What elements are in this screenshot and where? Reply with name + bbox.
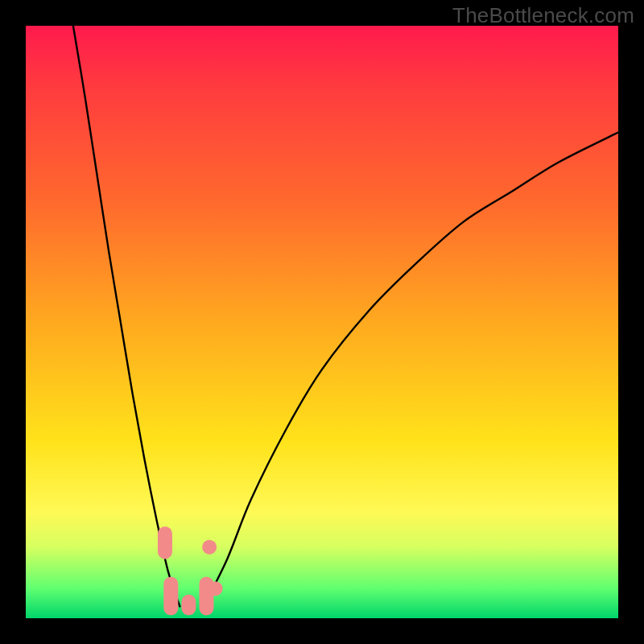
outer-frame: TheBottleneck.com [0,0,644,644]
plot-area [26,26,618,618]
marker-dot-4 [202,540,217,555]
marker-bar-0 [158,526,172,559]
marker-bar-1 [163,576,178,615]
curve-left-branch [73,26,180,606]
curve-svg [26,26,618,618]
marker-bar-2 [181,595,196,616]
curve-right-branch [204,132,618,606]
curve-layer [73,26,618,606]
watermark-text: TheBottleneck.com [452,3,634,28]
marker-dot-5 [208,581,223,596]
